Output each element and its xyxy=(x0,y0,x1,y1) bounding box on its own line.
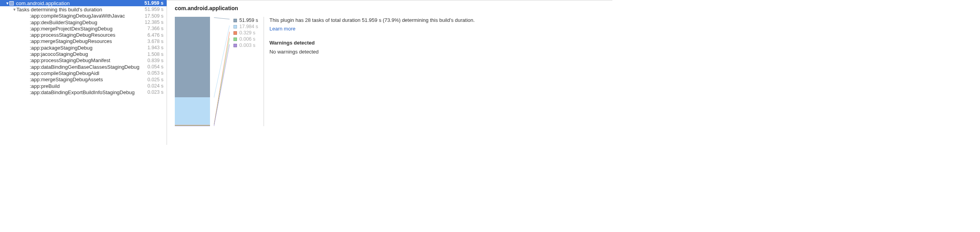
bar-segment xyxy=(175,97,210,125)
legend-swatch-icon xyxy=(233,19,237,22)
tree-task-row[interactable]: :app:dataBindingExportBuildInfoStagingDe… xyxy=(0,89,167,95)
tree-task-time: 1.943 s xyxy=(147,45,163,50)
stacked-bar-chart: 51.959 s17.984 s0.329 s0.006 s0.003 s xyxy=(175,17,258,126)
chart-leader-lines xyxy=(214,17,230,126)
tree-node-icon xyxy=(9,1,14,5)
task-tree-panel: ▼ com.android.application 51.959 s ▼ Tas… xyxy=(0,0,167,145)
legend-row: 0.329 s xyxy=(233,30,258,36)
warnings-heading: Warnings detected xyxy=(269,39,605,46)
bar-segment xyxy=(175,126,210,126)
legend-row: 51.959 s xyxy=(233,18,258,23)
legend-swatch-icon xyxy=(233,31,237,35)
tree-task-label: :app:packageStagingDebug xyxy=(30,45,147,51)
svg-line-2 xyxy=(214,32,230,125)
tree-task-label: :app:mergeStagingDebugResources xyxy=(30,38,147,44)
tree-task-row[interactable]: :app:packageStagingDebug1.943 s xyxy=(0,45,167,51)
warnings-body: No warnings detected xyxy=(269,48,605,55)
tree-task-time: 0.025 s xyxy=(147,77,163,82)
legend-row: 0.003 s xyxy=(233,43,258,48)
tree-task-time: 6.476 s xyxy=(147,32,163,38)
tree-task-row[interactable]: :app:jacocoStagingDebug1.508 s xyxy=(0,51,167,57)
tree-root-label: com.android.application xyxy=(16,0,144,6)
tree-task-label: :app:mergeProjectDexStagingDebug xyxy=(30,26,147,32)
chart-legend: 51.959 s17.984 s0.329 s0.006 s0.003 s xyxy=(233,17,258,126)
tree-task-label: :app:compileStagingDebugJavaWithJavac xyxy=(30,13,145,19)
tree-task-time: 0.023 s xyxy=(147,89,163,95)
learn-more-link[interactable]: Learn more xyxy=(269,26,295,32)
tree-task-label: :app:dexBuilderStagingDebug xyxy=(30,20,145,25)
tree-task-label: :app:compileStagingDebugAidl xyxy=(30,70,147,76)
legend-swatch-icon xyxy=(233,44,237,47)
tree-task-row[interactable]: :app:dexBuilderStagingDebug12.385 s xyxy=(0,19,167,25)
legend-value: 0.006 s xyxy=(239,36,255,42)
tree-root-row[interactable]: ▼ com.android.application 51.959 s xyxy=(0,0,167,6)
legend-value: 0.329 s xyxy=(239,30,255,36)
tree-task-row[interactable]: :app:processStagingDebugResources6.476 s xyxy=(0,32,167,38)
tree-task-label: :app:mergeStagingDebugAssets xyxy=(30,77,147,82)
legend-row: 17.984 s xyxy=(233,24,258,29)
legend-swatch-icon xyxy=(233,37,237,41)
bar-column xyxy=(175,17,210,126)
tree-task-label: :app:preBuild xyxy=(30,83,147,89)
tree-subhead-label: Tasks determining this build's duration xyxy=(16,7,145,12)
svg-line-4 xyxy=(214,44,230,126)
tree-root-time: 51.959 s xyxy=(144,0,163,6)
tree-task-row[interactable]: :app:mergeStagingDebugAssets0.025 s xyxy=(0,77,167,83)
tree-task-row[interactable]: :app:compileStagingDebugAidl0.053 s xyxy=(0,70,167,76)
legend-row: 0.006 s xyxy=(233,36,258,42)
tree-task-row[interactable]: :app:preBuild0.024 s xyxy=(0,83,167,89)
tree-task-time: 7.366 s xyxy=(147,26,163,31)
tree-task-time: 1.508 s xyxy=(147,52,163,57)
bar-segment xyxy=(175,17,210,97)
legend-value: 17.984 s xyxy=(239,24,258,29)
tree-task-time: 0.053 s xyxy=(147,70,163,76)
tree-task-row[interactable]: :app:processStagingDebugManifest0.839 s xyxy=(0,57,167,64)
detail-info: This plugin has 28 tasks of total durati… xyxy=(264,17,605,126)
svg-line-1 xyxy=(214,25,230,98)
tree-subhead-row[interactable]: ▼ Tasks determining this build's duratio… xyxy=(0,6,167,12)
tree-task-label: :app:dataBindingGenBaseClassesStagingDeb… xyxy=(30,64,147,70)
svg-line-3 xyxy=(214,38,230,126)
legend-value: 51.959 s xyxy=(239,18,258,23)
tree-task-row[interactable]: :app:compileStagingDebugJavaWithJavac17.… xyxy=(0,13,167,19)
tree-task-row[interactable]: :app:dataBindingGenBaseClassesStagingDeb… xyxy=(0,64,167,70)
tree-task-label: :app:processStagingDebugManifest xyxy=(30,57,147,63)
tree-subhead-time: 51.959 s xyxy=(145,7,163,12)
tree-task-time: 17.509 s xyxy=(145,13,163,19)
tree-task-time: 12.385 s xyxy=(145,20,163,25)
detail-title: com.android.application xyxy=(175,5,605,11)
tree-task-label: :app:dataBindingExportBuildInfoStagingDe… xyxy=(30,89,147,95)
tree-task-time: 0.839 s xyxy=(147,58,163,63)
chevron-down-icon: ▼ xyxy=(5,1,9,5)
chevron-down-icon: ▼ xyxy=(13,7,16,12)
detail-panel: com.android.application 51.959 s17.984 s… xyxy=(167,0,612,145)
tree-task-label: :app:jacocoStagingDebug xyxy=(30,51,147,57)
tree-task-label: :app:processStagingDebugResources xyxy=(30,32,147,38)
tree-task-row[interactable]: :app:mergeProjectDexStagingDebug7.366 s xyxy=(0,25,167,32)
tree-task-time: 0.024 s xyxy=(147,83,163,89)
legend-value: 0.003 s xyxy=(239,43,255,48)
svg-line-0 xyxy=(214,18,230,19)
tree-task-row[interactable]: :app:mergeStagingDebugResources3.678 s xyxy=(0,38,167,45)
legend-swatch-icon xyxy=(233,25,237,29)
tree-task-time: 3.678 s xyxy=(147,39,163,44)
tree-task-time: 0.054 s xyxy=(147,64,163,70)
detail-summary: This plugin has 28 tasks of total durati… xyxy=(269,17,605,24)
